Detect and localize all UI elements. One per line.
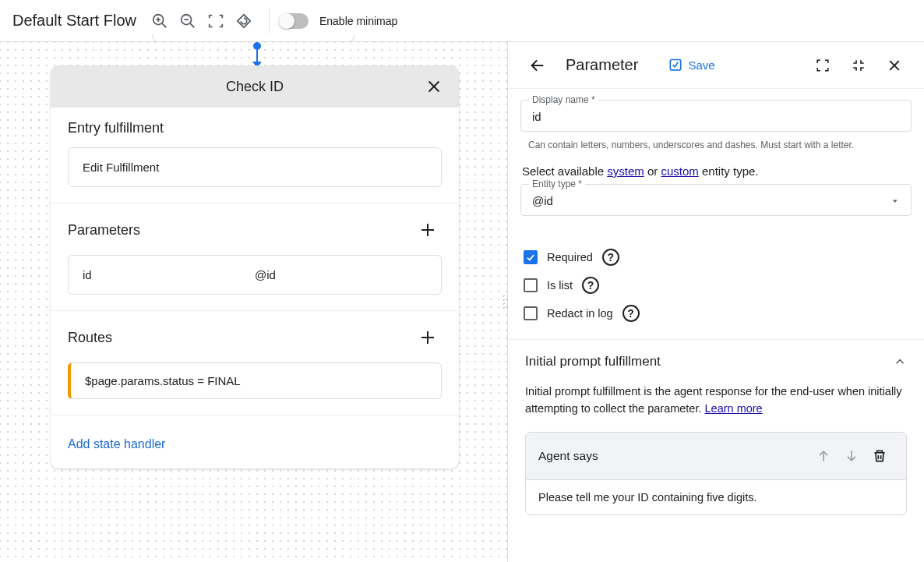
redact-checkbox-row[interactable]: Redact in log ? — [524, 305, 908, 322]
parameter-entity: @id — [255, 268, 427, 281]
page-card: Check ID Entry fulfillment Edit Fulfillm… — [51, 65, 459, 468]
accordion-header[interactable]: Initial prompt fulfillment — [525, 354, 907, 369]
routes-section: Routes $page.params.status = FINAL — [51, 311, 459, 415]
route-row[interactable]: $page.params.status = FINAL — [68, 362, 442, 399]
parameter-panel: Parameter Save Display name * id Can con… — [507, 42, 924, 562]
system-link[interactable]: system — [607, 164, 644, 178]
dropdown-arrow-icon — [890, 196, 900, 206]
learn-more-link[interactable]: Learn more — [705, 402, 763, 415]
save-button[interactable]: Save — [668, 58, 714, 73]
is-list-checkbox-row[interactable]: Is list ? — [524, 277, 908, 294]
entity-type-value: @id — [532, 194, 890, 207]
add-state-handler-button[interactable]: Add state handler — [68, 428, 442, 468]
panel-body: Display name * id Can contain letters, n… — [508, 89, 924, 562]
initial-prompt-title: Initial prompt fulfillment — [525, 354, 661, 369]
save-label: Save — [688, 58, 714, 72]
svg-line-5 — [190, 23, 194, 27]
text: entity type. — [699, 164, 759, 178]
zoom-out-icon[interactable] — [174, 7, 202, 35]
toggle-knob — [279, 13, 294, 29]
edit-fulfillment-button[interactable]: Edit Fulfillment — [68, 147, 442, 187]
display-name-helper: Can contain letters, numbers, underscore… — [520, 136, 912, 164]
initial-prompt-desc: Initial prompt fulfillment is the agent … — [525, 384, 907, 418]
collapse-icon[interactable] — [845, 51, 873, 80]
close-icon[interactable] — [420, 72, 448, 101]
svg-line-1 — [162, 23, 166, 27]
back-icon[interactable] — [524, 51, 552, 80]
flow-canvas[interactable]: Check ID Entry fulfillment Edit Fulfillm… — [0, 42, 507, 562]
initial-prompt-accordion: Initial prompt fulfillment Initial promp… — [508, 339, 924, 515]
parameter-name: id — [83, 268, 255, 281]
entity-type-select[interactable]: Entity type * @id — [520, 184, 912, 216]
panel-resize-handle[interactable] — [502, 287, 508, 318]
close-panel-icon[interactable] — [880, 51, 908, 80]
reset-layout-icon[interactable] — [230, 7, 258, 35]
parameters-label: Parameters — [68, 222, 140, 239]
agent-says-header: Agent says — [526, 433, 906, 480]
route-condition: $page.params.status = FINAL — [85, 374, 241, 387]
minimap-toggle[interactable]: Enable minimap — [280, 13, 397, 29]
agent-says-text[interactable]: Please tell me your ID containing five d… — [526, 480, 906, 514]
text: Select available — [522, 164, 607, 178]
delete-icon[interactable] — [866, 442, 894, 470]
display-name-value[interactable]: id — [532, 110, 900, 123]
add-parameter-icon[interactable] — [414, 216, 442, 244]
agent-says-card: Agent says Please tell me your ID contai… — [525, 432, 907, 515]
parameters-section: Parameters id @id — [51, 203, 459, 311]
move-down-icon[interactable] — [838, 442, 866, 470]
required-checkbox[interactable] — [524, 250, 538, 264]
page-title: Check ID — [226, 79, 284, 95]
upstream-page-stub — [152, 34, 354, 42]
flow-name: Default Start Flow — [12, 12, 136, 30]
parameter-row[interactable]: id @id — [68, 255, 442, 295]
help-icon[interactable]: ? — [602, 249, 619, 266]
expand-icon[interactable] — [809, 51, 837, 80]
move-up-icon[interactable] — [809, 442, 838, 470]
entry-fulfillment-section: Entry fulfillment Edit Fulfillment — [51, 108, 459, 203]
toggle-track — [280, 13, 309, 29]
text: or — [644, 164, 661, 178]
panel-title: Parameter — [566, 56, 638, 74]
zoom-in-icon[interactable] — [146, 7, 174, 35]
is-list-label: Is list — [547, 279, 573, 292]
redact-checkbox[interactable] — [524, 306, 538, 320]
page-card-header: Check ID — [51, 65, 459, 108]
entry-fulfillment-label: Entry fulfillment — [68, 120, 164, 136]
required-checkbox-row[interactable]: Required ? — [524, 249, 908, 266]
is-list-checkbox[interactable] — [524, 278, 538, 292]
chevron-up-icon — [893, 355, 907, 369]
help-icon[interactable]: ? — [622, 305, 640, 322]
fit-view-icon[interactable] — [202, 7, 230, 35]
display-name-field[interactable]: Display name * id — [520, 100, 912, 132]
panel-header: Parameter Save — [508, 42, 924, 89]
add-route-icon[interactable] — [414, 323, 442, 352]
help-icon[interactable]: ? — [582, 277, 599, 294]
agent-says-label: Agent says — [538, 449, 598, 463]
toolbar: Default Start Flow Enable minimap — [0, 0, 924, 42]
redact-label: Redact in log — [547, 307, 613, 320]
routes-label: Routes — [68, 330, 112, 346]
divider — [269, 9, 270, 34]
display-name-label: Display name * — [529, 94, 598, 105]
svg-marker-18 — [893, 200, 898, 202]
custom-link[interactable]: custom — [661, 164, 698, 178]
entity-type-label: Entity type * — [529, 178, 585, 189]
minimap-label: Enable minimap — [319, 15, 397, 27]
required-label: Required — [547, 251, 593, 263]
